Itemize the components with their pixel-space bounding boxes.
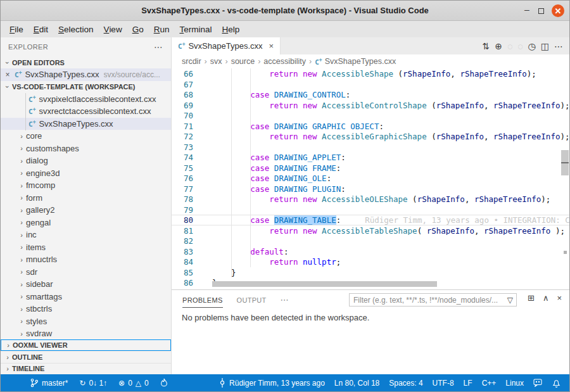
- tree-folder-item[interactable]: › inc: [1, 229, 171, 241]
- breadcrumb-file[interactable]: SvxShapeTypes.cxx: [325, 57, 396, 66]
- tab-svxshapetypes[interactable]: C+ SvxShapeTypes.cxx ×: [172, 37, 281, 54]
- chevron-right-icon: ›: [4, 341, 13, 349]
- tree-folder-item[interactable]: › mnuctrls: [1, 253, 171, 266]
- tree-folder-item[interactable]: › form: [1, 192, 171, 205]
- title-bar: SvxShapeTypes.cxx - vs-code-template (Wo…: [1, 1, 569, 21]
- encoding-setting[interactable]: UTF-8: [433, 379, 454, 388]
- indent-guide: [231, 68, 232, 277]
- panel-more-tabs-icon[interactable]: ⋯: [281, 295, 289, 305]
- close-editor-icon[interactable]: ×: [1, 70, 15, 79]
- chevron-right-icon: ›: [17, 132, 26, 140]
- breadcrumb: srcdir › svx › source ›: [172, 54, 569, 68]
- chevron-right-icon: ›: [17, 330, 26, 338]
- bell-icon: [552, 379, 560, 388]
- cpp-file-icon: C+: [28, 94, 35, 104]
- tree-folder-item[interactable]: › sdr: [1, 266, 171, 279]
- panel-tab[interactable]: PROBLEMS: [182, 292, 223, 308]
- line-number: 69: [172, 101, 193, 110]
- git-branch-status[interactable]: master*: [30, 378, 68, 388]
- notifications-button[interactable]: [552, 379, 560, 388]
- tree-folder-item[interactable]: › dialog: [1, 155, 171, 167]
- indent-guide: [250, 68, 251, 267]
- line-number: 68: [172, 90, 193, 99]
- tree-file-item[interactable]: C+ SvxShapeTypes.cxx: [1, 118, 171, 130]
- tree-file-item[interactable]: C+ svxpixelctlaccessiblecontext.cxx: [1, 93, 171, 106]
- open-changes-icon[interactable]: ⊕: [495, 41, 502, 51]
- tree-folder-item[interactable]: › sidebar: [1, 278, 171, 291]
- code-editor[interactable]: 66 return new AccessibleShape (rShapeInf…: [172, 68, 569, 289]
- cursor-position[interactable]: Ln 80, Col 18: [334, 379, 379, 388]
- line-number: 80: [172, 215, 193, 225]
- menu-item[interactable]: Terminal: [174, 23, 217, 36]
- tree-folder-item[interactable]: › gallery2: [1, 204, 171, 217]
- menu-item[interactable]: File: [4, 23, 28, 36]
- tree-folder-item[interactable]: › smarttags: [1, 291, 171, 303]
- compare-changes-icon[interactable]: ⇅: [482, 41, 490, 51]
- line-number: 79: [172, 205, 193, 215]
- tree-folder-item[interactable]: › core: [1, 130, 171, 142]
- flame-indicator[interactable]: [160, 378, 168, 388]
- split-editor-icon[interactable]: ◫: [541, 41, 549, 51]
- breadcrumb-item[interactable]: source: [231, 57, 255, 66]
- line-number: 82: [172, 236, 193, 246]
- maximize-panel-icon[interactable]: ∧: [543, 293, 549, 303]
- previous-change-icon: ◌: [507, 41, 512, 51]
- maximize-button[interactable]: [538, 8, 544, 14]
- horizontal-scrollbar[interactable]: [212, 281, 437, 287]
- file-history-icon[interactable]: ◷: [528, 41, 536, 51]
- sync-status[interactable]: ↻ 0↓ 1↑: [79, 379, 107, 388]
- tree-folder-item[interactable]: › gengal: [1, 217, 171, 229]
- tree-file-item[interactable]: C+ svxrectctaccessiblecontext.cxx: [1, 105, 171, 118]
- open-editor-item[interactable]: × C+ SvxShapeTypes.cxx svx/source/acc...: [1, 68, 171, 81]
- menu-item[interactable]: Go: [127, 23, 149, 36]
- tab-bar: C+ SvxShapeTypes.cxx × ⇅ ⊕ ◌ ◌ ◷ ◫ ⋯: [172, 37, 569, 54]
- menu-item[interactable]: Run: [149, 23, 175, 36]
- explorer-more-actions-icon[interactable]: ⋯: [154, 42, 163, 52]
- editor-more-actions-icon[interactable]: ⋯: [554, 41, 563, 51]
- tree-folder-item[interactable]: › styles: [1, 315, 171, 328]
- chevron-down-icon: ›: [4, 58, 11, 67]
- line-number: 75: [172, 163, 193, 173]
- sidebar-section-header[interactable]: › TIMELINE: [1, 363, 171, 375]
- close-button[interactable]: ✕: [552, 4, 564, 17]
- chevron-right-icon: ›: [17, 231, 26, 239]
- close-tab-icon[interactable]: ×: [269, 41, 274, 51]
- problems-status[interactable]: ⊗ 0 △ 0: [118, 379, 149, 388]
- os-indicator[interactable]: Linux: [505, 379, 524, 388]
- tree-folder-item[interactable]: › items: [1, 241, 171, 254]
- vertical-scrollbar[interactable]: [560, 68, 569, 289]
- workspace-header[interactable]: › VS-CODE-TEMPLATE (WORKSPACE): [1, 81, 171, 93]
- eol-setting[interactable]: LF: [464, 379, 472, 388]
- open-panel-in-editor-icon[interactable]: ⊞: [528, 293, 535, 303]
- minimize-button[interactable]: –: [523, 7, 531, 15]
- overview-ruler-cursor-mark: [561, 162, 569, 163]
- close-panel-icon[interactable]: ×: [557, 293, 562, 303]
- panel-tab[interactable]: OUTPUT: [237, 292, 267, 307]
- breadcrumb-item[interactable]: srcdir: [182, 57, 201, 66]
- sidebar-section-header[interactable]: › OUTLINE: [1, 351, 171, 363]
- menu-item[interactable]: Selection: [53, 23, 99, 36]
- tree-folder-item[interactable]: › fmcomp: [1, 179, 171, 192]
- menu-item[interactable]: Edit: [28, 23, 53, 36]
- breadcrumb-item[interactable]: accessibility: [263, 57, 306, 66]
- open-editors-header[interactable]: › OPEN EDITORS: [1, 56, 171, 68]
- problems-filter-input[interactable]: [350, 296, 507, 305]
- feedback-icon: [533, 379, 543, 387]
- tree-folder-item[interactable]: › engine3d: [1, 167, 171, 180]
- tree-folder-item[interactable]: › stbctrls: [1, 303, 171, 315]
- menu-item[interactable]: Help: [217, 23, 244, 36]
- chevron-right-icon: ›: [17, 293, 26, 300]
- commit-icon: [218, 378, 226, 388]
- line-number: 70: [172, 111, 193, 120]
- indentation-setting[interactable]: Spaces: 4: [389, 379, 422, 388]
- tree-folder-item[interactable]: › customshapes: [1, 142, 171, 155]
- commit-blame-status[interactable]: Rüdiger Timm, 13 years ago: [218, 378, 325, 388]
- problems-filter[interactable]: ▽: [349, 293, 517, 307]
- line-number: 72: [172, 132, 193, 141]
- tree-folder-item[interactable]: › svdraw: [1, 327, 171, 339]
- breadcrumb-item[interactable]: svx: [210, 57, 222, 66]
- sidebar-section-header[interactable]: › OOXML VIEWER: [1, 339, 171, 351]
- language-mode[interactable]: C++: [482, 379, 497, 388]
- menu-item[interactable]: View: [99, 23, 127, 36]
- feedback-button[interactable]: [533, 379, 543, 387]
